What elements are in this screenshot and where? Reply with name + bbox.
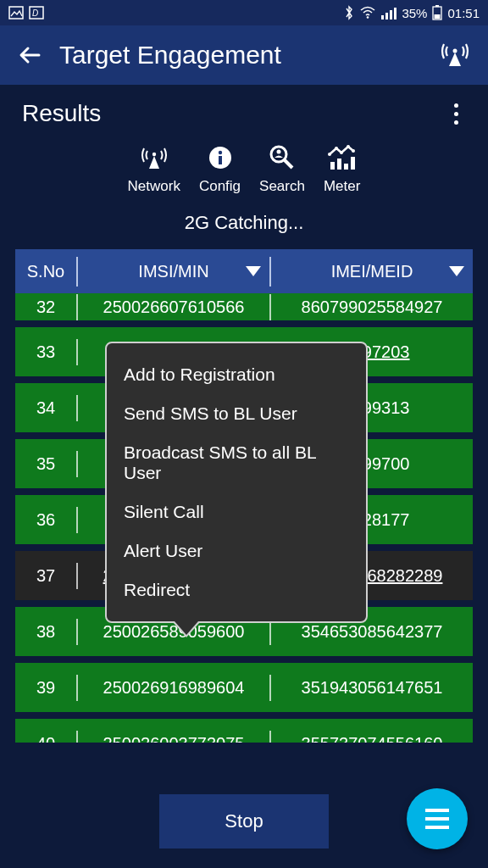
table-row[interactable]: 32250026607610566860799025584927 xyxy=(15,293,473,320)
svg-point-3 xyxy=(367,16,369,19)
toolbar: Network Config Search Meter xyxy=(0,134,488,205)
hamburger-icon xyxy=(425,809,449,829)
battery-percent: 35% xyxy=(402,6,427,20)
svg-rect-24 xyxy=(330,162,335,170)
config-button[interactable]: Config xyxy=(199,142,241,195)
antenna-icon[interactable] xyxy=(439,37,473,73)
page-title: Target Engagement xyxy=(59,41,439,70)
cell-sno: 40 xyxy=(15,731,78,743)
menu-silent-call[interactable]: Silent Call xyxy=(107,492,366,531)
status-text: 2G Catching... xyxy=(0,205,488,249)
signal-icon xyxy=(381,7,396,19)
context-menu: Add to Registration Send SMS to BL User … xyxy=(105,342,368,623)
clock: 01:51 xyxy=(447,6,480,20)
svg-point-16 xyxy=(271,147,286,162)
bluetooth-icon xyxy=(344,5,354,20)
menu-broadcast-sms[interactable]: Broadcast SMS to all BL User xyxy=(107,433,366,492)
svg-rect-6 xyxy=(390,10,392,19)
antenna-icon xyxy=(139,142,169,173)
svg-rect-10 xyxy=(435,14,441,19)
cell-imsi: 250026607610566 xyxy=(78,294,271,320)
svg-rect-9 xyxy=(435,5,439,7)
svg-text:D: D xyxy=(32,8,38,18)
cell-sno: 34 xyxy=(15,395,78,421)
cell-sno: 38 xyxy=(15,619,78,645)
svg-rect-25 xyxy=(337,159,341,170)
network-button[interactable]: Network xyxy=(128,142,180,195)
section-title: Results xyxy=(22,100,101,127)
svg-point-19 xyxy=(328,153,331,156)
svg-point-21 xyxy=(340,151,343,154)
cell-imei: 355737074556160 xyxy=(271,731,473,743)
search-person-icon xyxy=(267,142,297,173)
stop-button[interactable]: Stop xyxy=(159,794,329,849)
search-button[interactable]: Search xyxy=(259,142,305,195)
wifi-icon xyxy=(359,6,376,19)
table-row[interactable]: 40250026003773075355737074556160 xyxy=(15,719,473,743)
cell-sno: 39 xyxy=(15,675,78,701)
section-header: Results xyxy=(0,85,488,134)
gallery-icon xyxy=(8,6,24,19)
svg-rect-5 xyxy=(385,13,388,19)
menu-send-sms[interactable]: Send SMS to BL User xyxy=(107,394,366,433)
cell-imsi: 250026916989604 xyxy=(78,675,271,701)
cell-sno: 36 xyxy=(15,507,78,533)
svg-point-14 xyxy=(218,151,221,154)
chart-icon xyxy=(327,142,358,173)
toolbar-label: Network xyxy=(128,178,180,195)
bottom-bar: Stop xyxy=(0,775,488,868)
svg-point-23 xyxy=(352,149,355,153)
menu-redirect[interactable]: Redirect xyxy=(107,570,366,609)
info-icon xyxy=(205,142,236,173)
cell-sno: 32 xyxy=(15,294,78,320)
toolbar-label: Config xyxy=(199,178,241,195)
back-button[interactable] xyxy=(15,41,44,70)
cell-imei: 351943056147651 xyxy=(271,675,473,701)
svg-rect-7 xyxy=(394,8,396,19)
app-icon: D xyxy=(29,6,44,19)
cell-sno: 33 xyxy=(15,339,78,365)
toolbar-label: Search xyxy=(259,178,305,195)
cell-sno: 37 xyxy=(15,563,78,589)
svg-rect-27 xyxy=(351,157,355,170)
appbar: Target Engagement xyxy=(0,25,488,85)
svg-point-12 xyxy=(152,153,156,156)
fab-menu-button[interactable] xyxy=(407,788,468,849)
svg-point-11 xyxy=(453,49,458,53)
svg-point-22 xyxy=(347,145,350,148)
col-imei[interactable]: IMEI/MEID xyxy=(271,257,473,287)
col-imsi[interactable]: IMSI/MIN xyxy=(78,257,271,287)
svg-point-20 xyxy=(335,147,338,150)
android-statusbar: D 35% 01:51 xyxy=(0,0,488,25)
battery-icon xyxy=(432,5,442,20)
dropdown-icon xyxy=(449,266,464,276)
svg-rect-4 xyxy=(381,15,384,19)
menu-add-registration[interactable]: Add to Registration xyxy=(107,355,366,394)
meter-button[interactable]: Meter xyxy=(324,142,360,195)
svg-rect-15 xyxy=(219,156,222,164)
col-sno[interactable]: S.No xyxy=(15,257,78,287)
cell-imei: 860799025584927 xyxy=(271,294,473,320)
dropdown-icon xyxy=(246,266,261,276)
table-header: S.No IMSI/MIN IMEI/MEID xyxy=(15,249,473,293)
svg-point-18 xyxy=(277,150,281,154)
svg-line-17 xyxy=(285,160,292,168)
table-row[interactable]: 39250026916989604351943056147651 xyxy=(15,663,473,712)
cell-imsi: 250026003773075 xyxy=(78,731,271,743)
cell-sno: 35 xyxy=(15,451,78,477)
svg-rect-26 xyxy=(344,164,348,170)
overflow-menu-button[interactable] xyxy=(446,101,466,126)
toolbar-label: Meter xyxy=(324,178,360,195)
menu-alert-user[interactable]: Alert User xyxy=(107,531,366,570)
